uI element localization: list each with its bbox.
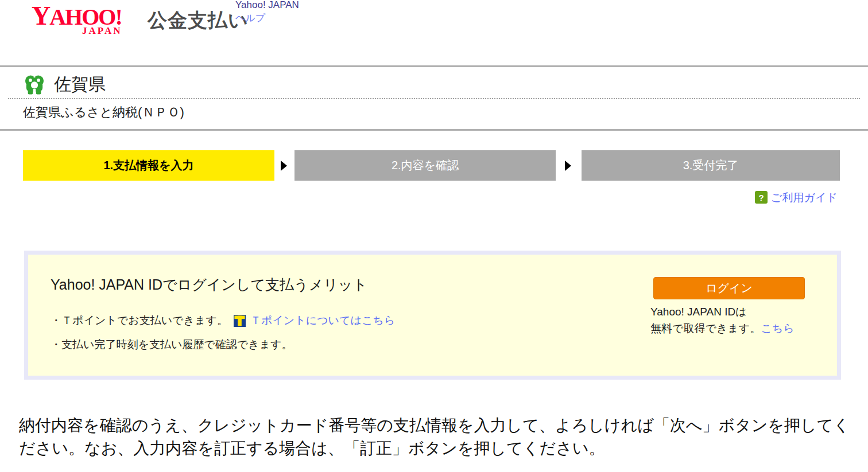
t-point-icon	[234, 315, 246, 327]
yahoo-logo-japan-text: JAPAN	[82, 25, 122, 37]
login-button[interactable]: ログイン	[653, 277, 805, 299]
help-link-line1: Yahoo! JAPAN	[235, 0, 321, 11]
get-id-here-link[interactable]: こちら	[761, 322, 794, 334]
step-arrow-icon	[281, 161, 287, 171]
step-1-enter-payment-info: 1.支払情報を入力	[23, 150, 274, 181]
merit-item-history-text: ・支払い完了時刻を支払い履歴で確認できます。	[51, 337, 293, 352]
payment-service-name: 佐賀県ふるさと納税(ＮＰＯ)	[23, 104, 184, 121]
merit-item-tpoint: ・Ｔポイントでお支払いできます。 Ｔポイントについてはこちら	[51, 313, 395, 328]
service-title: 公金支払い	[148, 7, 249, 34]
merit-box-title: Yahoo! JAPAN IDでログインして支払うメリット	[51, 275, 367, 294]
id-note-line2-text: 無料で取得できます。	[650, 322, 761, 334]
step-3-reception-complete: 3.受付完了	[582, 150, 840, 181]
step-arrow-icon	[565, 161, 571, 171]
merit-item-history: ・支払い完了時刻を支払い履歴で確認できます。	[51, 337, 293, 352]
dotted-divider	[8, 98, 860, 99]
step-2-confirm-details: 2.内容を確認	[294, 150, 556, 181]
organization-name: 佐賀県	[54, 73, 106, 96]
login-merit-box: Yahoo! JAPAN IDでログインして支払うメリット ・Ｔポイントでお支払…	[24, 251, 841, 380]
merit-item-tpoint-text: ・Ｔポイントでお支払いできます。	[51, 313, 228, 328]
question-mark-icon: ?	[755, 191, 768, 204]
usage-guide-link[interactable]: ご利用ガイド	[771, 190, 838, 205]
help-link[interactable]: Yahoo! JAPAN ヘルプ	[235, 0, 321, 25]
saga-prefecture-icon	[25, 74, 44, 95]
id-note-line1: Yahoo! JAPAN IDは	[650, 303, 747, 320]
payment-instructions: 納付内容を確認のうえ、クレジットカード番号等の支払情報を入力して、よろしければ「…	[19, 414, 851, 460]
yahoo-public-payment-page: YAHOO! JAPAN 公金支払い Yahoo! JAPAN ヘルプ 佐賀県 …	[0, 0, 868, 472]
help-link-line2: ヘルプ	[235, 11, 321, 25]
header-divider	[0, 65, 868, 67]
section-divider	[0, 129, 868, 131]
yahoo-japan-logo[interactable]: YAHOO! JAPAN	[32, 3, 122, 37]
id-note-line2: 無料で取得できます。こちら	[650, 320, 795, 337]
tpoint-details-link[interactable]: Ｔポイントについてはこちら	[250, 313, 395, 328]
